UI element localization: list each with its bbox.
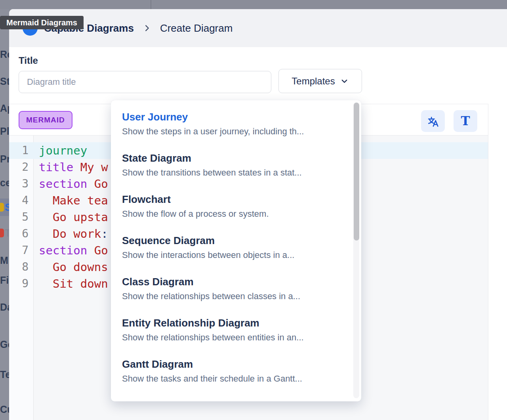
sidebar-item-fragment: T — [0, 224, 9, 242]
line-numbers: 123456789 — [9, 142, 34, 292]
templates-dropdown-menu: User JourneyShow the steps in a user jou… — [111, 100, 361, 401]
title-label: Title — [19, 55, 38, 66]
code-token: Sit down — [39, 277, 108, 290]
sidebar-item-label: Pla — [0, 126, 9, 137]
chevron-down-icon — [340, 76, 349, 86]
sidebar-item-label: Cu — [0, 404, 9, 415]
sidebar-item-label: Pr — [0, 153, 9, 165]
dimmed-page-top — [0, 0, 507, 9]
template-option-title: User Journey — [122, 111, 337, 123]
sidebar-item-fragment: Sta — [0, 73, 9, 90]
sidebar-item-label: Te — [0, 369, 9, 380]
line-number: 2 — [9, 159, 34, 176]
page-divider — [151, 0, 151, 9]
template-option-description: Show the transitions between states in a… — [122, 167, 337, 178]
text-mode-button[interactable]: T — [454, 110, 477, 132]
template-option-description: Show the flow of a process or system. — [122, 208, 337, 220]
code-token: : — [101, 227, 108, 241]
text-T-icon: T — [461, 115, 470, 127]
template-option-description: Show the interactions between objects in… — [122, 250, 337, 261]
code-token: Go upsta — [39, 210, 108, 224]
sidebar-item-label: Fil — [0, 275, 9, 286]
code-token: section — [39, 177, 87, 191]
template-option-description: Show the relationships between classes i… — [122, 291, 337, 302]
sidebar-item-fragment: Cu — [0, 401, 9, 418]
dropdown-scrollbar-track[interactable] — [353, 102, 359, 398]
line-number: 7 — [9, 242, 34, 259]
sidebar-item-fragment: Fil — [0, 271, 9, 289]
diagram-title-input[interactable] — [19, 71, 271, 93]
sidebar-item-label: ce — [0, 177, 9, 189]
mermaid-badge: MERMAID — [19, 111, 72, 129]
translate-icon — [427, 115, 439, 128]
template-option-gantt-diagram[interactable]: Gantt DiagramShow the tasks and their sc… — [111, 358, 361, 399]
sidebar-item-icon — [0, 229, 4, 237]
code-token: Go — [87, 177, 108, 191]
modal-header: Capable Diagrams Create Diagram — [9, 9, 507, 47]
template-option-title: Sequence Diagram — [122, 234, 337, 247]
line-number: 8 — [9, 259, 34, 275]
sidebar-item-fragment: Da — [0, 298, 9, 316]
dropdown-scrollbar-thumb[interactable] — [354, 103, 359, 241]
chevron-right-icon — [143, 24, 151, 32]
line-number: 3 — [9, 176, 34, 192]
template-option-title: Flowchart — [122, 193, 337, 206]
sidebar-item-label: T — [5, 227, 9, 239]
title-section: Title Templates — [9, 47, 507, 104]
template-option-title: Class Diagram — [122, 275, 337, 288]
translate-button[interactable] — [421, 110, 445, 132]
line-number: 1 — [9, 142, 34, 159]
code-token: My w — [73, 160, 108, 174]
sidebar-item-label: Go — [0, 339, 9, 350]
sidebar-item-label: M — [0, 255, 8, 266]
template-option-entity-relationship-diagram[interactable]: Entity Relationship DiagramShow the rela… — [111, 317, 361, 358]
template-option-sequence-diagram[interactable]: Sequence DiagramShow the interactions be… — [111, 234, 361, 275]
line-number: 6 — [9, 225, 34, 242]
template-option-description: Show the tasks and their schedule in a G… — [122, 373, 337, 384]
sidebar-item-fragment: Go — [0, 336, 9, 353]
breadcrumb-current: Create Diagram — [160, 22, 233, 34]
line-number: 9 — [9, 275, 34, 292]
sidebar-item-icon — [0, 203, 4, 212]
templates-button[interactable]: Templates — [278, 69, 362, 93]
sidebar-item-label: Sta — [0, 76, 9, 87]
tooltip: Mermaid Diagrams — [0, 16, 84, 29]
dimmed-sidebar: ReStaApPlaPrceSTMFilDaGoTeCu — [0, 9, 9, 420]
line-number: 4 — [9, 192, 34, 209]
template-option-user-journey[interactable]: User JourneyShow the steps in a user jou… — [111, 111, 361, 152]
template-option-flowchart[interactable]: FlowchartShow the flow of a process or s… — [111, 193, 361, 234]
template-option-list: User JourneyShow the steps in a user jou… — [111, 111, 361, 399]
template-option-title: Gantt Diagram — [122, 358, 337, 370]
sidebar-item-label: Da — [0, 302, 9, 313]
code-token: Make tea — [39, 194, 108, 207]
sidebar-item-label: Ap — [0, 103, 9, 114]
templates-button-label: Templates — [292, 76, 335, 87]
sidebar-item-fragment: Pr — [0, 150, 9, 168]
sidebar-item-fragment: Pla — [0, 122, 9, 140]
code-token: Do work — [39, 227, 101, 241]
sidebar-item-fragment: ce — [0, 174, 9, 191]
line-number: 5 — [9, 209, 34, 225]
sidebar-item-fragment: Re — [0, 46, 9, 63]
template-option-state-diagram[interactable]: State DiagramShow the transitions betwee… — [111, 152, 361, 193]
code-token: journey — [39, 144, 87, 157]
template-option-title: State Diagram — [122, 152, 337, 164]
code-token: Go — [87, 244, 108, 257]
sidebar-item-label: Re — [0, 49, 9, 60]
create-diagram-modal: Capable Diagrams Create Diagram Title Te… — [9, 9, 507, 420]
template-option-description: Show the relationships between entities … — [122, 332, 337, 343]
code-token: title — [39, 160, 73, 174]
code-token: Go downs — [39, 260, 108, 274]
sidebar-item-label: S — [5, 202, 9, 213]
code-token: section — [39, 244, 87, 257]
sidebar-item-fragment: Te — [0, 366, 9, 383]
sidebar-item-fragment: Ap — [0, 99, 9, 117]
sidebar-item-fragment: M — [0, 252, 9, 269]
template-option-title: Entity Relationship Diagram — [122, 317, 337, 329]
sidebar-item-fragment: S — [0, 199, 9, 216]
template-option-class-diagram[interactable]: Class DiagramShow the relationships betw… — [111, 275, 361, 317]
template-option-description: Show the steps in a user journey, includ… — [122, 126, 337, 137]
